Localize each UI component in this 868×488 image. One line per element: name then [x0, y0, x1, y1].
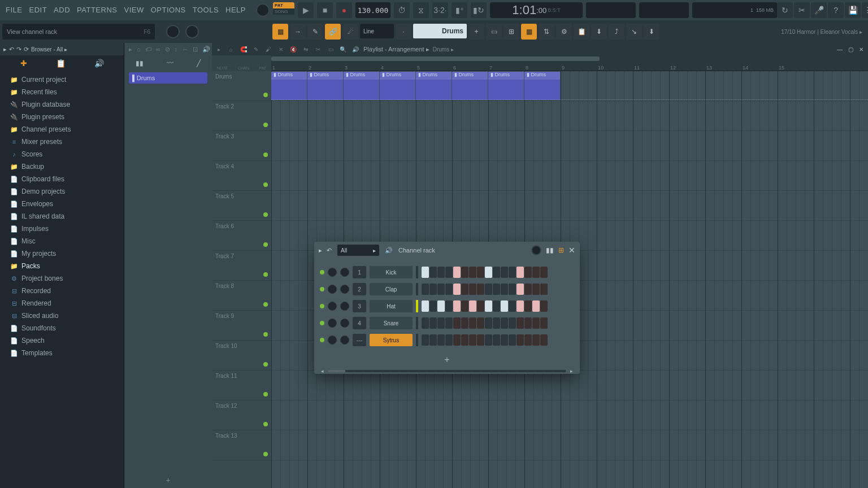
step-record-button[interactable]: ▮⁺ — [452, 2, 467, 18]
step-cell[interactable] — [493, 334, 500, 346]
browser-item-plugin-database[interactable]: 🔌Plugin database — [0, 98, 124, 111]
channel-name-button[interactable]: Clap — [370, 283, 413, 295]
pattern-strip-body[interactable]: + — [124, 85, 212, 488]
channel-mute-led[interactable] — [320, 321, 324, 325]
step-cell[interactable] — [540, 317, 548, 329]
stop-button[interactable]: ■ — [317, 2, 333, 18]
track-label-7[interactable]: Track 7 — [212, 251, 271, 281]
play-button[interactable]: ▶ — [298, 2, 314, 18]
step-cell[interactable] — [493, 267, 500, 278]
browser-collapse-icon[interactable]: ▸ — [3, 46, 7, 53]
step-cell[interactable] — [469, 317, 476, 329]
close-all-button[interactable]: ⬇ — [591, 24, 607, 40]
step-cell[interactable] — [445, 267, 453, 278]
channel-pan-knob[interactable] — [328, 268, 337, 277]
pstrip-link-icon[interactable]: ∞ — [156, 46, 160, 53]
step-cell[interactable] — [445, 317, 453, 329]
pl-play-icon[interactable]: 🔊 — [351, 46, 360, 53]
playlist-clip[interactable]: ▮ Drums — [452, 72, 488, 100]
pl-home-icon[interactable]: ⌂ — [227, 46, 236, 53]
typing-keyboard-button[interactable]: ⤴ — [609, 24, 624, 40]
track-label-3[interactable]: Track 3 — [212, 131, 271, 161]
channel-mixer-num[interactable]: --- — [353, 334, 366, 346]
playlist-clip[interactable]: ▮ Drums — [380, 72, 415, 100]
channel-name-button[interactable]: Kick — [370, 266, 413, 278]
pstrip-auto-icon[interactable]: 〰 — [167, 59, 173, 67]
step-cell[interactable] — [532, 317, 540, 329]
step-cell[interactable] — [540, 267, 548, 278]
track-label-13[interactable]: Track 13 — [212, 430, 271, 460]
step-cell[interactable] — [485, 317, 492, 329]
pl-slip-icon[interactable]: ⇆ — [301, 46, 310, 53]
channel-vol-knob[interactable] — [340, 319, 349, 328]
track-mute-led[interactable] — [263, 272, 268, 277]
pstrip-speaker-icon[interactable]: 🔊 — [202, 46, 210, 53]
track-label-9[interactable]: Track 9 — [212, 311, 271, 341]
browser-button[interactable]: 🔗 — [325, 24, 341, 40]
step-cell[interactable] — [461, 284, 468, 295]
step-cell[interactable] — [501, 267, 508, 278]
playlist-clip[interactable]: ▮ Drums — [524, 72, 560, 100]
master-pitch-knob[interactable] — [166, 25, 180, 38]
pattern-strip-add-button[interactable]: + — [124, 476, 212, 485]
step-cell[interactable] — [517, 267, 524, 278]
pl-zoom-icon[interactable]: 🔍 — [338, 46, 348, 53]
mixer-button[interactable]: ☄ — [342, 24, 358, 40]
menu-help[interactable]: HELP — [222, 0, 249, 20]
time-display[interactable]: 1:01 :00 B:S:T — [490, 2, 583, 18]
step-cell[interactable] — [540, 300, 548, 312]
step-cell[interactable] — [532, 300, 540, 312]
browser-item-project-bones[interactable]: ⚙Project bones — [0, 272, 124, 285]
track-label-2[interactable]: Track 2 — [212, 101, 271, 131]
step-cell[interactable] — [524, 284, 532, 295]
pat-song-toggle[interactable]: PAT SONG — [273, 2, 294, 18]
pl-select-icon[interactable]: ▭ — [326, 46, 335, 53]
menu-patterns[interactable]: PATTERNS — [73, 0, 120, 20]
top-icon-2[interactable]: 🎤 — [811, 2, 827, 18]
step-cell[interactable] — [437, 284, 445, 295]
channel-mixer-num[interactable]: 1 — [353, 266, 366, 278]
step-cell[interactable] — [493, 300, 500, 312]
step-cell[interactable] — [469, 334, 476, 346]
step-cell[interactable] — [517, 284, 524, 295]
step-cell[interactable] — [461, 334, 468, 346]
cr-menu-icon[interactable]: ▸ — [319, 247, 322, 254]
step-cell[interactable] — [461, 300, 468, 312]
track-mute-led[interactable] — [263, 332, 268, 337]
record-button[interactable]: ● — [336, 2, 352, 18]
track-label-4[interactable]: Track 4 — [212, 161, 271, 191]
menu-options[interactable]: OPTIONS — [147, 0, 189, 20]
step-cell[interactable] — [422, 334, 429, 346]
browser-item-my-projects[interactable]: 📄My projects — [0, 247, 124, 260]
step-cell[interactable] — [517, 317, 524, 329]
snap-selector[interactable]: Line — [360, 24, 394, 38]
browser-refresh-icon[interactable]: ⟳ — [24, 46, 29, 53]
step-cell[interactable] — [445, 334, 453, 346]
channel-vol-knob[interactable] — [340, 336, 349, 345]
browser-item-packs[interactable]: 📁Packs — [0, 260, 124, 272]
cr-scrollbar[interactable]: ◂ ▸ — [314, 368, 580, 374]
tempo-display[interactable]: 130.000 — [355, 2, 390, 18]
step-cell[interactable] — [501, 300, 508, 312]
pstrip-horiz-icon[interactable]: ↔ — [182, 46, 188, 53]
step-cell[interactable] — [477, 284, 484, 295]
pl-slice-icon[interactable]: ✂ — [314, 46, 323, 53]
step-cell[interactable] — [477, 334, 484, 346]
browser-item-rendered[interactable]: ⊟Rendered — [0, 297, 124, 310]
channel-rack-titlebar[interactable]: ▸ ↶ All▸ 🔊 Channel rack ▮▮ ⊞ ✕ — [314, 242, 580, 259]
channel-pan-knob[interactable] — [328, 319, 337, 328]
step-cell[interactable] — [437, 334, 445, 346]
view-channelrack-button[interactable]: ▦ — [521, 24, 537, 40]
channel-rack-window[interactable]: ▸ ↶ All▸ 🔊 Channel rack ▮▮ ⊞ ✕ 1Kick2Cla… — [314, 242, 580, 374]
pattern-prev-button[interactable]: ∙ — [396, 24, 411, 40]
step-cell[interactable] — [509, 334, 516, 346]
browser-list[interactable]: 📁Current project📁Recent files🔌Plugin dat… — [0, 71, 124, 488]
step-cell[interactable] — [485, 334, 492, 346]
channel-vol-knob[interactable] — [340, 268, 349, 277]
browser-item-misc[interactable]: 📄Misc — [0, 235, 124, 247]
pl-draw-icon[interactable]: ✎ — [251, 46, 261, 53]
step-cell[interactable] — [453, 300, 461, 312]
browser-fwd-icon[interactable]: ↷ — [16, 46, 21, 53]
news-ticker[interactable]: 17/10 Harmor | Eleanor Vocals ▸ — [775, 29, 868, 35]
step-cell[interactable] — [532, 334, 540, 346]
